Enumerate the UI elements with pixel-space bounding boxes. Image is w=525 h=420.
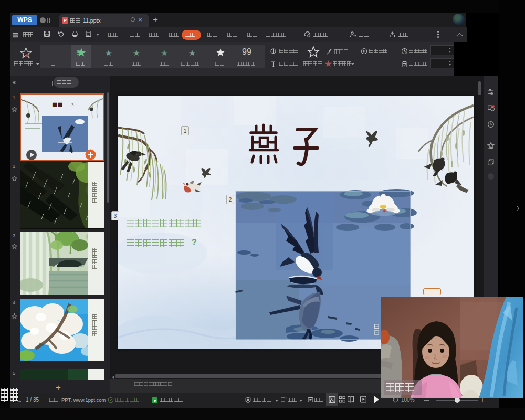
svg-text:■■: ■■ bbox=[52, 100, 63, 110]
svg-text:3: 3 bbox=[71, 102, 74, 107]
